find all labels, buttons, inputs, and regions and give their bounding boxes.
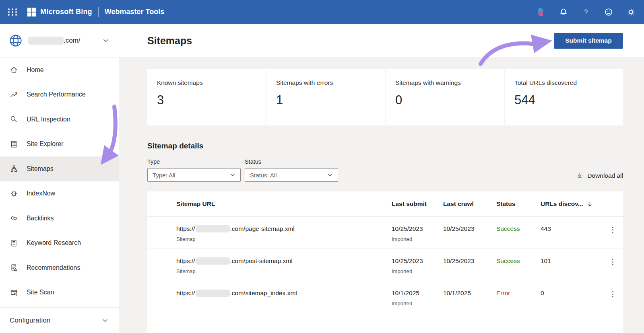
table-row[interactable]: https:// .com/page-sitemap.xml Sitemap 1… [147, 217, 623, 249]
stat-label: Sitemaps with warnings [395, 79, 494, 86]
row-actions-kebab-icon[interactable] [610, 290, 616, 299]
stat-card-known-sitemaps: Known sitemaps 3 [147, 69, 266, 125]
sidebar-item-site-scan[interactable]: Site Scan [0, 280, 119, 305]
table-row[interactable]: https:// .com/sitemap_index.xml 10/1/202… [147, 281, 623, 313]
status-badge: Success [496, 257, 541, 265]
home-icon [10, 66, 18, 74]
table-row[interactable]: https:// .com/post-sitemap.xml Sitemap 1… [147, 249, 623, 281]
type-filter-dropdown[interactable]: Type: All [147, 168, 241, 182]
brand-title: Microsoft Bing [40, 8, 92, 16]
sidebar-item-indexnow[interactable]: IndexNow [0, 181, 119, 206]
page-title-bar: Sitemaps Submit sitemap [119, 24, 644, 58]
sitemaps-table: Sitemap URL Last submit Last crawl Statu… [147, 191, 623, 333]
last-crawl-cell: 10/25/2023 [443, 225, 496, 232]
table-header-row: Sitemap URL Last submit Last crawl Statu… [147, 191, 623, 217]
stat-card-sitemaps-with-warnings: Sitemaps with warnings 0 [386, 69, 504, 125]
site-selector[interactable]: .com/ [0, 24, 119, 58]
status-filter: Status Status: All [245, 158, 338, 182]
sitemap-type-label: Sitemap [176, 236, 392, 242]
status-badge: Error [496, 290, 541, 297]
sidebar-item-home[interactable]: Home [0, 58, 119, 82]
submit-note: Imported [392, 236, 443, 242]
urls-discovered-cell: 101 [541, 257, 600, 265]
waffle-icon[interactable] [8, 8, 18, 16]
row-actions-kebab-icon[interactable] [610, 225, 616, 234]
last-submit-cell: 10/1/2025 [392, 290, 443, 297]
keyword-icon [10, 239, 18, 247]
product-title: Webmaster Tools [105, 8, 164, 16]
chevron-down-icon [229, 171, 236, 179]
site-scan-icon [10, 288, 18, 297]
download-all-button[interactable]: Download all [576, 172, 623, 182]
stats-row: Known sitemaps 3 Sitemaps with errors 1 … [147, 69, 623, 125]
sidebar-item-label: Sitemaps [27, 165, 54, 173]
sidebar-item-keyword-research[interactable]: Keyword Research [0, 231, 119, 256]
stat-value: 0 [395, 93, 494, 107]
url-redacted [196, 225, 230, 232]
download-icon [576, 172, 584, 179]
sidebar-item-site-explorer[interactable]: Site Explorer [0, 132, 119, 157]
url-redacted [196, 290, 230, 297]
trend-icon [10, 90, 18, 99]
stat-card-total-urls-discovered: Total URLs discovered 544 [505, 69, 623, 125]
sitemap-icon [10, 164, 18, 173]
top-app-bar: Microsoft Bing Webmaster Tools [0, 0, 644, 24]
column-header-last-crawl[interactable]: Last crawl [443, 200, 496, 208]
chevron-down-icon [102, 37, 110, 45]
type-filter: Type Type: All [147, 158, 241, 182]
chevron-down-icon [326, 171, 334, 179]
type-filter-value: Type: All [153, 172, 175, 179]
notifications-bell-icon[interactable] [559, 7, 568, 17]
sidebar-item-configuration[interactable]: Configuration [0, 307, 119, 333]
sort-descending-icon [587, 201, 593, 207]
settings-gear-icon[interactable] [626, 7, 636, 17]
sidebar-item-label: Keyword Research [27, 239, 81, 247]
site-domain-suffix: .com/ [64, 37, 80, 45]
stat-value: 1 [276, 93, 375, 107]
copilot-icon[interactable] [535, 7, 546, 17]
site-explorer-icon [10, 140, 18, 148]
globe-icon [9, 34, 23, 47]
status-filter-value: Status: All [250, 172, 277, 179]
urls-discovered-cell: 0 [541, 290, 600, 297]
help-icon[interactable] [581, 7, 591, 17]
sidebar-item-label: Site Explorer [27, 140, 64, 148]
stat-card-sitemaps-with-errors: Sitemaps with errors 1 [266, 69, 385, 125]
column-header-sitemap-url[interactable]: Sitemap URL [176, 200, 392, 208]
sidebar-item-label: Site Scan [27, 289, 54, 296]
status-filter-dropdown[interactable]: Status: All [245, 168, 338, 182]
microsoft-logo-icon [27, 8, 36, 16]
submit-note: Imported [392, 268, 443, 274]
content-area: Known sitemaps 3 Sitemaps with errors 1 … [119, 58, 644, 333]
column-header-last-submit[interactable]: Last submit [392, 200, 443, 208]
stat-label: Known sitemaps [157, 79, 256, 86]
sidebar-item-sitemaps[interactable]: Sitemaps [0, 156, 119, 181]
sidebar-item-search-performance[interactable]: Search Performance [0, 82, 119, 107]
sidebar-item-label: Recommendations [27, 264, 80, 271]
type-filter-label: Type [147, 158, 241, 165]
brand-divider [98, 7, 99, 17]
last-crawl-cell: 10/1/2025 [443, 290, 496, 297]
sidebar-item-recommendations[interactable]: Recommendations [0, 255, 119, 280]
column-header-urls-discovered[interactable]: URLs discov... [541, 200, 600, 208]
submit-sitemap-button[interactable]: Submit sitemap [554, 33, 623, 49]
sitemap-url-cell: https:// .com/post-sitemap.xml [176, 257, 392, 265]
row-actions-kebab-icon[interactable] [610, 257, 616, 267]
sidebar-item-backlinks[interactable]: Backlinks [0, 206, 119, 231]
status-badge: Success [496, 225, 541, 232]
feedback-smiley-icon[interactable] [604, 7, 613, 17]
indexnow-icon [10, 189, 18, 198]
sitemap-type-label: Sitemap [176, 268, 392, 274]
backlinks-icon [10, 214, 18, 222]
stat-label: Total URLs discovered [514, 79, 613, 86]
submit-note: Imported [392, 300, 443, 306]
stat-label: Sitemaps with errors [276, 79, 375, 86]
sidebar-item-label: URL Inspection [27, 116, 70, 123]
site-domain-redacted [28, 37, 64, 45]
recommendations-icon [10, 263, 18, 272]
last-crawl-cell: 10/25/2023 [443, 257, 496, 265]
chevron-down-icon [101, 317, 109, 325]
main-content: Sitemaps Submit sitemap Known sitemaps 3… [119, 24, 644, 333]
sidebar-item-url-inspection[interactable]: URL Inspection [0, 107, 119, 132]
column-header-status[interactable]: Status [496, 200, 541, 208]
